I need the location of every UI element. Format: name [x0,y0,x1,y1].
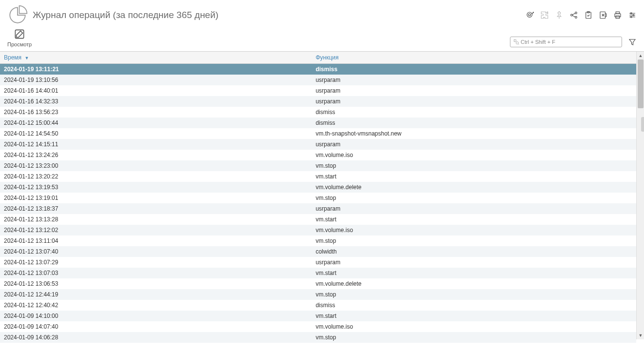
cell-time: 2024-01-12 13:20:22 [0,171,312,182]
second-row: Просмотр [0,28,644,51]
cell-func: vm.stop [312,160,636,171]
cell-time: 2024-01-12 13:07:03 [0,268,312,278]
cell-time: 2024-01-16 13:56:23 [0,107,312,118]
operations-table: Время ▼ Функция 2024-01-19 13:11:21dismi… [0,52,636,343]
table-row[interactable]: 2024-01-12 14:54:50vm.th-snapshot-vmsnap… [0,128,636,139]
cell-func: vm.start [312,214,636,225]
search-input[interactable] [521,39,619,45]
table-row[interactable]: 2024-01-12 13:20:22vm.start [0,171,636,182]
cell-time: 2024-01-12 13:19:53 [0,182,312,193]
svg-point-0 [527,12,532,18]
header: Журнал операций (за последние 365 дней) [0,0,644,28]
column-header-time[interactable]: Время ▼ [0,52,312,64]
svg-point-4 [575,17,577,19]
table-row[interactable]: 2024-01-16 14:32:33usrparam [0,96,636,107]
settings-sliders-icon[interactable] [628,11,637,20]
cell-func: vm.stop [312,332,636,343]
cell-time: 2024-01-12 12:40:42 [0,300,312,311]
cell-time: 2024-01-12 13:23:00 [0,160,312,171]
cell-func: usrparam [312,75,636,85]
cell-time: 2024-01-09 14:06:28 [0,332,312,343]
cell-func: dismiss [312,64,636,75]
cell-time: 2024-01-12 13:19:01 [0,193,312,203]
cell-func: vm.stop [312,289,636,300]
sort-desc-icon: ▼ [24,56,29,60]
table-row[interactable]: 2024-01-12 13:07:29usrparam [0,257,636,268]
cell-time: 2024-01-12 13:24:26 [0,150,312,160]
table-row[interactable]: 2024-01-19 13:10:56usrparam [0,75,636,85]
search-area [510,37,637,47]
table-row[interactable]: 2024-01-12 13:13:28vm.start [0,214,636,225]
scroll-thumb[interactable] [638,59,644,108]
pin-icon[interactable] [555,11,564,20]
table-row[interactable]: 2024-01-12 13:11:04vm.stop [0,235,636,246]
header-left: Журнал операций (за последние 365 дней) [7,5,218,25]
view-button[interactable]: Просмотр [7,28,32,47]
table-row[interactable]: 2024-01-16 14:40:01usrparam [0,85,636,96]
table-row[interactable]: 2024-01-09 14:06:28vm.stop [0,332,636,343]
table-row[interactable]: 2024-01-12 13:19:53vm.volume.delete [0,182,636,193]
cell-func: dismiss [312,300,636,311]
table-row[interactable]: 2024-01-12 13:24:26vm.volume.iso [0,150,636,160]
cell-func: dismiss [312,118,636,128]
table-row[interactable]: 2024-01-12 15:00:44dismiss [0,118,636,128]
export-x-icon[interactable] [599,11,607,20]
cell-time: 2024-01-19 13:10:56 [0,75,312,85]
table-row[interactable]: 2024-01-12 13:07:03vm.start [0,268,636,278]
cell-time: 2024-01-16 14:40:01 [0,85,312,96]
table-row[interactable]: 2024-01-09 14:07:40vm.volume.iso [0,321,636,332]
cell-func: vm.volume.delete [312,278,636,289]
scroll-down-icon[interactable]: ▼ [637,332,644,339]
table-row[interactable]: 2024-01-19 13:11:21dismiss [0,64,636,75]
scrollbar[interactable]: ▲ ▼ [636,52,644,339]
table-row[interactable]: 2024-01-16 13:56:23dismiss [0,107,636,118]
clipboard-check-icon[interactable] [584,11,593,20]
cell-time: 2024-01-09 14:07:40 [0,321,312,332]
side-handle[interactable] [641,117,644,132]
cell-func: usrparam [312,85,636,96]
cell-time: 2024-01-16 14:32:33 [0,96,312,107]
cell-func: vm.start [312,171,636,182]
cell-time: 2024-01-12 13:12:02 [0,225,312,235]
page-title: Журнал операций (за последние 365 дней) [33,10,218,20]
print-icon[interactable] [613,11,622,20]
column-header-func[interactable]: Функция [312,52,636,64]
search-box[interactable] [510,37,622,47]
table-row[interactable]: 2024-01-12 12:40:42dismiss [0,300,636,311]
cell-time: 2024-01-12 13:13:28 [0,214,312,225]
table-row[interactable]: 2024-01-09 14:10:00vm.start [0,311,636,321]
cell-func: vm.th-snapshot-vmsnapshot.new [312,128,636,139]
table-row[interactable]: 2024-01-12 13:19:01vm.stop [0,193,636,203]
column-header-func-label: Функция [315,54,338,61]
cell-time: 2024-01-12 13:07:40 [0,246,312,257]
cell-time: 2024-01-19 13:11:21 [0,64,312,75]
cell-time: 2024-01-12 13:18:37 [0,203,312,214]
target-icon[interactable] [526,11,534,20]
table-row[interactable]: 2024-01-12 13:23:00vm.stop [0,160,636,171]
table-row[interactable]: 2024-01-12 13:07:40colwidth [0,246,636,257]
cell-time: 2024-01-12 13:06:53 [0,278,312,289]
table-row[interactable]: 2024-01-12 14:15:11usrparam [0,139,636,150]
cell-func: usrparam [312,257,636,268]
table-row[interactable]: 2024-01-12 13:12:02vm.volume.iso [0,225,636,235]
table-row[interactable]: 2024-01-12 12:44:19vm.stop [0,289,636,300]
scroll-up-icon[interactable]: ▲ [637,52,644,59]
filter-icon[interactable] [628,38,637,46]
view-label: Просмотр [7,41,32,47]
cell-func: vm.stop [312,193,636,203]
table-row[interactable]: 2024-01-12 13:18:37usrparam [0,203,636,214]
cell-func: vm.volume.iso [312,150,636,160]
cell-func: usrparam [312,96,636,107]
svg-rect-15 [514,40,516,42]
cell-time: 2024-01-12 13:11:04 [0,235,312,246]
cell-func: vm.stop [312,235,636,246]
svg-point-3 [575,12,577,14]
puzzle-icon[interactable] [540,11,549,20]
table-row[interactable]: 2024-01-12 13:06:53vm.volume.delete [0,278,636,289]
svg-point-2 [571,14,573,16]
pie-chart-icon [7,5,28,25]
cell-func: usrparam [312,139,636,150]
cell-func: vm.start [312,268,636,278]
share-icon[interactable] [569,11,578,20]
cell-time: 2024-01-12 12:44:19 [0,289,312,300]
